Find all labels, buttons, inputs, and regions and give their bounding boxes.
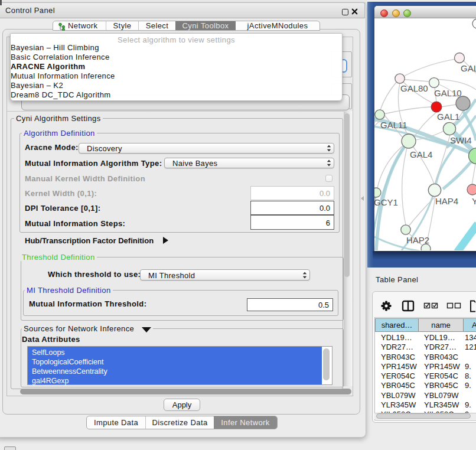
svg-text:GAL10: GAL10 bbox=[434, 88, 462, 98]
svg-text:SWI4: SWI4 bbox=[450, 135, 472, 145]
svg-text:GAL4: GAL4 bbox=[410, 149, 432, 159]
svg-text:HAP4: HAP4 bbox=[435, 196, 458, 206]
svg-text:GCY1: GCY1 bbox=[374, 197, 398, 207]
svg-text:GAL80: GAL80 bbox=[400, 83, 428, 93]
svg-text:GAL7: GAL7 bbox=[461, 63, 476, 73]
svg-text:GAL1: GAL1 bbox=[437, 112, 459, 122]
svg-text:Y: Y bbox=[472, 196, 476, 206]
svg-text:GAL11: GAL11 bbox=[380, 120, 407, 130]
svg-text:HAP2: HAP2 bbox=[406, 235, 429, 245]
